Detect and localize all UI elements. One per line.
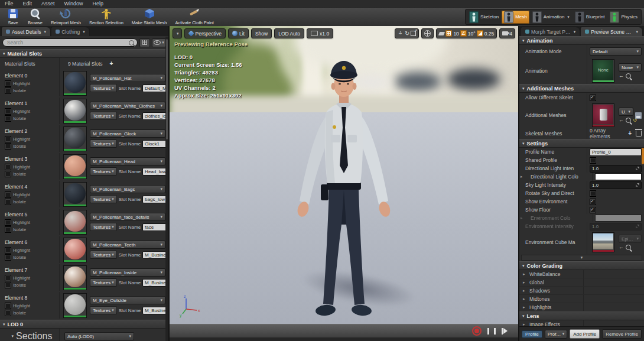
color-grading-row[interactable]: ▸WhiteBalance bbox=[519, 270, 644, 278]
settings-checkbox[interactable] bbox=[590, 199, 596, 205]
highlight-toggle[interactable]: Highlight bbox=[5, 247, 59, 254]
textures-button[interactable]: Textures▾ bbox=[90, 84, 117, 92]
browse-to-asset-icon[interactable] bbox=[626, 118, 631, 123]
browse-to-asset-icon[interactable] bbox=[626, 73, 631, 79]
textures-button[interactable]: Textures▾ bbox=[90, 223, 117, 231]
numeric-field[interactable]: 1.0 bbox=[590, 223, 642, 230]
physics-mode-button[interactable]: Physics bbox=[607, 11, 640, 24]
move-tool-icon[interactable] bbox=[398, 31, 404, 37]
cube-map-dropdown[interactable]: EpicQuadPanorama_CC4▾ bbox=[619, 235, 642, 243]
material-select-dropdown[interactable]: M_Policeman_Glock▾ bbox=[90, 129, 165, 138]
highlight-checkbox[interactable] bbox=[5, 80, 11, 87]
isolate-toggle[interactable]: Isolate bbox=[5, 171, 59, 177]
lod-sections-dropdown[interactable]: Auto (LOD0)▾ bbox=[64, 332, 134, 340]
material-thumbnail[interactable] bbox=[63, 293, 87, 318]
mesh-collection-dropdown[interactable]: UnsavedCollection▾ bbox=[619, 108, 633, 116]
add-material-slot-icon[interactable]: + bbox=[110, 61, 113, 67]
highlight-toggle[interactable]: Highlight bbox=[5, 108, 59, 115]
slot-name-input[interactable]: face bbox=[142, 223, 168, 231]
highlight-checkbox[interactable] bbox=[5, 303, 11, 309]
material-select-dropdown[interactable]: M_Policeman_Bags▾ bbox=[90, 185, 165, 193]
mesh-mode-button[interactable]: Mesh bbox=[502, 11, 529, 24]
highlight-checkbox[interactable] bbox=[5, 247, 11, 254]
step-forward-button[interactable] bbox=[502, 328, 508, 334]
material-thumbnail[interactable] bbox=[63, 154, 87, 179]
highlight-toggle[interactable]: Highlight bbox=[5, 136, 59, 142]
use-selected-asset-icon[interactable]: ← bbox=[619, 245, 624, 250]
color-grading-row[interactable]: ▸Midtones bbox=[519, 295, 644, 303]
preview-viewport[interactable]: ▾ Perspective Lit Show LOD Auto x1.0 ↻ bbox=[170, 26, 518, 341]
highlight-checkbox[interactable] bbox=[5, 191, 11, 198]
settings-checkbox[interactable] bbox=[590, 157, 596, 164]
expand-arrow-icon[interactable]: ▸ bbox=[521, 174, 525, 179]
save-button[interactable]: Save bbox=[2, 8, 24, 26]
slot-name-input[interactable]: M_Business bbox=[142, 251, 168, 259]
highlight-toggle[interactable]: Highlight bbox=[5, 219, 59, 226]
menu-item[interactable]: Edit bbox=[23, 1, 32, 7]
search-box[interactable] bbox=[2, 38, 138, 47]
isolate-toggle[interactable]: Isolate bbox=[5, 226, 59, 233]
material-thumbnail[interactable] bbox=[63, 99, 87, 124]
isolate-toggle[interactable]: Isolate bbox=[5, 199, 59, 205]
highlight-toggle[interactable]: Highlight bbox=[5, 80, 59, 87]
viewport-options-button[interactable]: ▾ bbox=[173, 28, 182, 38]
isolate-checkbox[interactable] bbox=[5, 115, 11, 122]
material-thumbnail[interactable] bbox=[63, 238, 87, 262]
numeric-field[interactable]: 1.0 bbox=[590, 181, 642, 189]
isolate-checkbox[interactable] bbox=[5, 87, 11, 94]
surface-snap-icon[interactable] bbox=[438, 32, 445, 35]
grid-snap-toggle[interactable] bbox=[445, 30, 452, 37]
material-thumbnail[interactable] bbox=[63, 71, 87, 96]
additional-meshes-section-header[interactable]: ▾Additional Meshes bbox=[519, 84, 644, 93]
make-static-mesh-button[interactable]: Make Static Mesh bbox=[128, 8, 171, 26]
highlight-checkbox[interactable] bbox=[5, 108, 11, 115]
menu-item[interactable]: Asset bbox=[41, 1, 55, 7]
clear-array-icon[interactable] bbox=[636, 131, 642, 137]
allow-different-skeletons-checkbox[interactable] bbox=[590, 95, 596, 101]
highlight-toggle[interactable]: Highlight bbox=[5, 303, 59, 309]
lit-mode-button[interactable]: Lit bbox=[228, 28, 249, 38]
isolate-toggle[interactable]: Isolate bbox=[5, 282, 59, 288]
scrollbar-marker[interactable] bbox=[642, 148, 644, 164]
highlight-toggle[interactable]: Highlight bbox=[5, 191, 59, 198]
menu-item[interactable]: Help bbox=[93, 1, 104, 7]
highlight-checkbox[interactable] bbox=[5, 275, 11, 281]
textures-button[interactable]: Textures▾ bbox=[90, 251, 117, 259]
slot-name-input[interactable]: bags_low bbox=[142, 196, 168, 203]
animation-mode-button[interactable]: Animation ▾ bbox=[530, 11, 572, 24]
perspective-button[interactable]: Perspective bbox=[184, 28, 226, 38]
highlight-checkbox[interactable] bbox=[5, 219, 11, 226]
color-grading-row[interactable]: ▸Highlights bbox=[519, 303, 644, 311]
rotation-snap-toggle[interactable]: ∠ bbox=[460, 30, 467, 37]
browse-button[interactable]: Browse bbox=[24, 8, 47, 26]
chevron-down-icon[interactable]: ▾ bbox=[567, 15, 570, 20]
animation-asset-dropdown[interactable]: None▾ bbox=[619, 63, 642, 72]
settings-checkbox[interactable] bbox=[590, 207, 596, 213]
highlight-checkbox[interactable] bbox=[5, 136, 11, 142]
show-advanced-expander[interactable]: ▼ bbox=[521, 255, 642, 261]
material-select-dropdown[interactable]: M_Eye_Outside▾ bbox=[90, 296, 165, 304]
profile-dropdown[interactable]: Profile_0▾ bbox=[545, 330, 567, 339]
chevron-down-icon[interactable]: ▾ bbox=[83, 30, 85, 34]
camera-speed-button[interactable]: 4 bbox=[499, 28, 515, 38]
add-array-element-icon[interactable]: + bbox=[628, 131, 632, 137]
textures-button[interactable]: Textures▾ bbox=[90, 195, 117, 203]
activate-cloth-paint-button[interactable]: Activate Cloth Paint bbox=[171, 8, 217, 26]
numeric-field[interactable]: 1.0 bbox=[590, 165, 642, 173]
highlight-toggle[interactable]: Highlight bbox=[5, 164, 59, 170]
textures-button[interactable]: Textures▾ bbox=[90, 278, 117, 287]
chevron-down-icon[interactable]: ▾ bbox=[574, 30, 576, 34]
isolate-toggle[interactable]: Isolate bbox=[5, 254, 59, 261]
material-slots-header[interactable]: ▾ Material Slots bbox=[0, 49, 168, 58]
material-select-dropdown[interactable]: M_Policeman_face_details▾ bbox=[90, 213, 165, 221]
screen-size-button[interactable]: x1.0 bbox=[307, 28, 333, 38]
save-collection-icon[interactable] bbox=[635, 112, 642, 119]
material-thumbnail[interactable] bbox=[63, 265, 87, 290]
settings-section-header[interactable]: ▾Settings bbox=[519, 139, 644, 148]
slot-name-input[interactable]: clothes_low bbox=[142, 112, 168, 120]
display-options-button[interactable] bbox=[139, 38, 150, 47]
textures-button[interactable]: Textures▾ bbox=[90, 112, 117, 120]
add-profile-button[interactable]: Add Profile bbox=[570, 329, 600, 339]
lens-section-header[interactable]: ▾Lens bbox=[519, 311, 644, 320]
rotation-snap-value[interactable]: 10° bbox=[468, 31, 476, 37]
